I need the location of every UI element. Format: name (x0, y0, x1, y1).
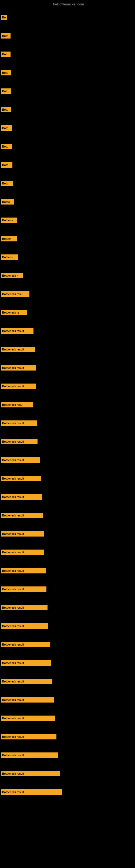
bar-label-text: Bott (2, 53, 8, 56)
bar-row: Bottleneck result (1, 451, 134, 469)
bar-label: Bott (1, 162, 12, 167)
bar-label: Bottleneck resu (1, 402, 33, 407)
bar-label: Bottleneck result (1, 347, 35, 352)
bar-label-text: Bott (2, 163, 8, 166)
bar-row: Bottleneck result (1, 672, 134, 691)
bar-label-text: Bottleneck result (2, 772, 24, 775)
bar-label-text: Bottleneck r (2, 274, 18, 277)
bar-label-text: Bottlen (2, 237, 11, 240)
bar-label-text: Bottleneck result (2, 514, 24, 517)
bar-label: Bottle (1, 199, 14, 205)
bar-row: Bottleneck resu (1, 285, 134, 303)
bar-row: Bott (1, 63, 134, 82)
bar-label-text: Bottlene (2, 256, 13, 259)
bar-label: Bottleneck re (1, 310, 27, 315)
bar-label-text: Bottleneck result (2, 496, 24, 499)
bar-label-text: Bottleneck result (2, 422, 24, 425)
bar-label-text: Bottleneck result (2, 367, 24, 369)
bar-label: Bott (1, 88, 11, 94)
bar-label-text: Bottleneck result (2, 348, 24, 351)
bar-label: Bottleneck result (1, 642, 50, 647)
bar-label-text: Bottleneck result (2, 477, 24, 480)
bar-row: Bott (1, 156, 134, 174)
bar-label-text: Bottleneck result (2, 606, 24, 609)
bar-row: Bottleneck result (1, 359, 134, 377)
bar-row: Bottleneck result (1, 746, 134, 764)
bar-label: Bott (1, 144, 12, 149)
bar-row: Bottleneck result (1, 691, 134, 709)
bar-label-text: Bottleneck result (2, 440, 24, 443)
bar-label-text: Bottleneck result (2, 551, 24, 554)
bar-label: Bottleneck result (1, 531, 44, 536)
bar-label: Bottleneck result (1, 568, 46, 574)
bar-row: Bottleneck result (1, 580, 134, 598)
bar-label-text: Bottleneck result (2, 625, 24, 628)
bar-label: Bott (1, 125, 12, 131)
bar-row: Bottleneck result (1, 340, 134, 359)
bar-label: Bottleneck result (1, 679, 52, 684)
bar-row: Bottleneck result (1, 783, 134, 801)
bar-row: Bott (1, 100, 134, 119)
bar-label: Bottleneck resu (1, 291, 30, 297)
bar-label-text: Bottl (2, 182, 8, 185)
bar-label: Bottleneck result (1, 513, 43, 518)
bar-label: Bottleneck result (1, 457, 40, 463)
bar-label: Bottleneck result (1, 716, 55, 721)
bar-label-text: Bottleneck resu (2, 293, 22, 296)
bar-label-text: Bott (2, 34, 8, 37)
bar-label-text: Bottleneck result (2, 532, 24, 535)
bar-label-text: Bottleneck result (2, 754, 24, 757)
bar-label: Bottl (1, 181, 13, 186)
bar-row: Bottleneck r (1, 267, 134, 285)
bar-label: Bottleneck result (1, 734, 56, 739)
bar-row: Bott (1, 82, 134, 100)
bar-row: Bottlene (1, 211, 134, 229)
bar-row: Bottleneck result (1, 525, 134, 543)
bar-label: Bottleneck result (1, 752, 58, 758)
bar-label: Bottleneck result (1, 771, 60, 776)
bar-label: Bottlene (1, 254, 18, 260)
bar-label: Bottleneck result (1, 476, 41, 481)
bar-label: Bottleneck result (1, 660, 51, 665)
bar-label: Bottleneck result (1, 383, 36, 389)
bar-label-text: Bottleneck result (2, 385, 24, 388)
bar-label: Bottleneck result (1, 605, 48, 610)
bar-label: Bottlen (1, 236, 17, 241)
bar-label-text: Bott (2, 90, 8, 93)
bar-label: Bo (1, 14, 7, 20)
bar-label-text: Bottleneck result (2, 459, 24, 462)
bar-label-text: Bottle (2, 200, 10, 204)
bar-label-text: Bottleneck result (2, 643, 24, 646)
bar-row: Bottleneck result (1, 469, 134, 488)
bar-row: Bott (1, 45, 134, 63)
bar-label: Bottleneck result (1, 365, 36, 371)
bar-row: Bottleneck result (1, 377, 134, 396)
bar-row: Bottleneck re (1, 303, 134, 322)
bar-label: Bott (1, 33, 10, 38)
bar-label: Bottleneck result (1, 494, 42, 500)
bar-label-text: Bottleneck result (2, 661, 24, 664)
bar-row: Bottlene (1, 248, 134, 267)
bar-label: Bottleneck result (1, 697, 54, 703)
bar-row: Bottleneck resu (1, 396, 134, 414)
bar-row: Bottleneck result (1, 506, 134, 525)
bar-row: Bottleneck result (1, 561, 134, 580)
bar-row: Bott (1, 119, 134, 137)
bar-label-text: Bottleneck result (2, 699, 24, 702)
bars-container: BoBottBottBottBottBottBottBottBottBottlB… (0, 8, 135, 801)
bar-label-text: Bott (2, 127, 8, 130)
bar-label: Bottleneck result (1, 328, 34, 334)
bar-label: Bottleneck result (1, 789, 62, 795)
bar-row: Bottleneck result (1, 488, 134, 506)
bar-row: Bottleneck result (1, 709, 134, 727)
bar-row: Bottleneck result (1, 635, 134, 654)
bar-row: Bottleneck result (1, 322, 134, 340)
bar-label: Bott (1, 70, 11, 75)
bar-label: Bottlene (1, 218, 17, 223)
bar-label-text: Bott (2, 71, 8, 74)
bar-label-text: Bottleneck result (2, 588, 24, 591)
bar-row: Bo (1, 8, 134, 27)
bar-row: Bottleneck result (1, 432, 134, 451)
bar-label-text: Bott (2, 108, 8, 111)
bar-label-text: Bottleneck result (2, 569, 24, 572)
